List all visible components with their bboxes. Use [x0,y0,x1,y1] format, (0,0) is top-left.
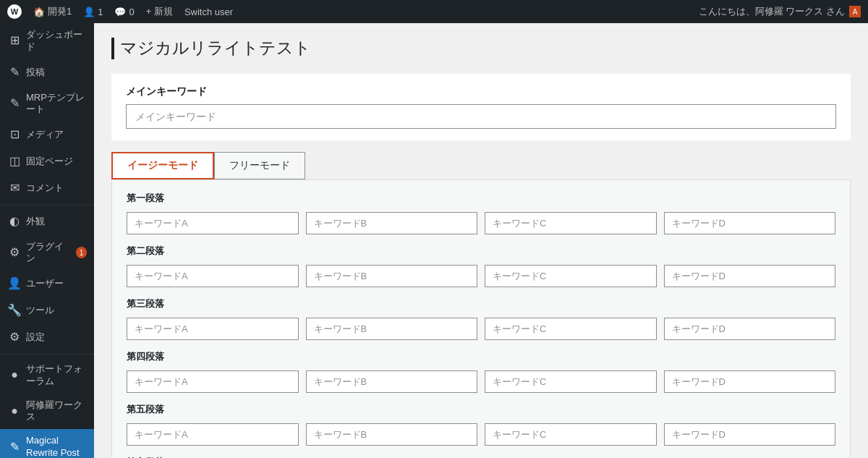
comment-count: 0 [129,7,134,17]
para1-keyword-d[interactable] [664,212,836,234]
menu-separator-1 [0,205,94,205]
media-icon: ⊡ [7,127,22,143]
sidebar-item-media[interactable]: ⊡ メディア [0,122,94,148]
greeting-text: こんにちは、阿修羅 ワークス さん [699,5,845,18]
sidebar-item-dashboard-label: ダッシュボード [26,29,87,54]
tabs-container: イージーモード フリーモード [111,152,851,179]
main-content: マジカルリライトテスト メインキーワード イージーモード フリーモード 第一段落 [94,23,868,458]
main-keyword-label: メインキーワード [126,85,836,98]
para3-heading: 第三段落 [127,297,835,310]
switch-user-button[interactable]: Switch user [184,7,233,17]
mrp-icon: ✎ [7,96,22,111]
new-post-label: + 新規 [146,5,173,18]
para1-keyword-b[interactable] [306,212,478,234]
sidebar-item-settings[interactable]: ⚙ 設定 [0,324,94,351]
menu-separator-2 [0,354,94,355]
sidebar-item-media-label: メディア [26,129,64,141]
sidebar-item-users-label: ユーザー [26,278,64,290]
para5-keyword-c[interactable] [485,423,657,446]
site-icon: 🏠 [33,7,45,17]
content-wrap: マジカルリライトテスト メインキーワード イージーモード フリーモード 第一段落 [94,23,868,458]
para2-section: 第二段落 [127,245,835,287]
keywords-area: 第一段落 第二段落 [111,179,851,458]
sidebar-item-support-label: サポートフォーラム [26,363,87,388]
wp-layout: ⊞ ダッシュボード ✎ 投稿 ✎ MRPテンプレート ⊡ メディア ◫ 固定ペー… [0,23,868,458]
comment-icon: 💬 [114,7,126,17]
para4-keyword-d[interactable] [664,370,836,393]
sidebar-item-pages[interactable]: ◫ 固定ページ [0,148,94,175]
para2-keyword-b[interactable] [306,265,478,287]
para5-keyword-a[interactable] [127,423,299,446]
main-keyword-section: メインキーワード [111,74,851,140]
sidebar-item-dashboard[interactable]: ⊞ ダッシュボード [0,23,94,59]
wp-logo-text: W [11,7,18,16]
sidebar-item-plugins-label: プラグイン [26,241,70,266]
switch-user-label: Switch user [184,7,233,17]
users-icon: 👤 [7,276,22,292]
para3-row [127,318,835,340]
site-name[interactable]: 🏠 開発1 [33,5,72,18]
sidebar-item-magical-label: Magical Rewrite Post [26,435,87,458]
sidebar-item-ashura[interactable]: ● 阿修羅ワークス [0,394,94,430]
new-post-button[interactable]: + 新規 [146,5,173,18]
adminbar-left: W 🏠 開発1 👤 1 💬 0 + 新規 Switch user [7,4,233,19]
site-name-text: 開発1 [48,5,72,18]
para3-keyword-b[interactable] [306,318,478,340]
tools-icon: 🔧 [7,303,22,318]
para3-section: 第三段落 [127,297,835,340]
para4-heading: 第四段落 [127,350,835,363]
adminbar-right: こんにちは、阿修羅 ワークス さん A [699,5,861,18]
para1-keyword-c[interactable] [485,212,657,234]
para4-keyword-c[interactable] [485,370,657,393]
admin-counter[interactable]: 👤 1 [83,7,103,17]
para4-keyword-a[interactable] [127,370,299,393]
para1-keyword-a[interactable] [127,212,299,234]
para2-keyword-c[interactable] [485,265,657,287]
para2-row [127,265,835,287]
sidebar-item-mrp-label: MRPテンプレート [26,92,87,116]
para2-heading: 第二段落 [127,245,835,258]
para4-section: 第四段落 [127,350,835,393]
dashboard-icon: ⊞ [7,33,22,48]
para3-keyword-c[interactable] [485,318,657,340]
tab-free-mode[interactable]: フリーモード [214,152,305,179]
sidebar-item-appearance[interactable]: ◐ 外観 [0,208,94,235]
sidebar-item-settings-label: 設定 [26,331,45,344]
comment-link[interactable]: 💬 0 [114,7,134,17]
sidebar-item-support[interactable]: ● サポートフォーラム [0,357,94,394]
appearance-icon: ◐ [7,214,22,229]
sidebar-item-ashura-label: 阿修羅ワークス [26,399,87,424]
ashura-icon: ● [7,404,22,419]
para5-heading: 第五段落 [127,403,835,416]
pages-icon: ◫ [7,154,22,169]
sidebar-item-plugins[interactable]: ⚙ プラグイン 1 [0,235,94,271]
wp-logo[interactable]: W [7,4,22,19]
sidebar-item-tools[interactable]: 🔧 ツール [0,297,94,324]
sidebar-item-pages-label: 固定ページ [26,156,73,168]
sidebar-item-posts[interactable]: ✎ 投稿 [0,59,94,86]
settings-icon: ⚙ [7,330,22,345]
plugins-badge: 1 [76,247,87,258]
tab-easy-mode[interactable]: イージーモード [111,152,214,179]
para4-row [127,370,835,393]
para5-keyword-b[interactable] [306,423,478,446]
para2-keyword-a[interactable] [127,265,299,287]
magical-icon: ✎ [7,440,22,455]
para3-keyword-d[interactable] [664,318,836,340]
page-title: マジカルリライトテスト [111,38,851,59]
sidebar-item-magical[interactable]: ✎ Magical Rewrite Post [0,429,94,458]
sidebar-item-posts-label: 投稿 [26,67,45,79]
posts-icon: ✎ [7,65,22,80]
para5-keyword-d[interactable] [664,423,836,446]
user-badge: A [849,6,861,17]
para4-keyword-b[interactable] [306,370,478,393]
admin-count: 1 [98,7,103,17]
sidebar-item-mrp[interactable]: ✎ MRPテンプレート [0,86,94,122]
sidebar-item-tools-label: ツール [26,305,54,317]
sidebar-item-users[interactable]: 👤 ユーザー [0,271,94,297]
sidebar-item-comments[interactable]: ✉ コメント [0,175,94,202]
para3-keyword-a[interactable] [127,318,299,340]
support-icon: ● [7,368,22,383]
para2-keyword-d[interactable] [664,265,836,287]
main-keyword-input[interactable] [126,104,836,129]
